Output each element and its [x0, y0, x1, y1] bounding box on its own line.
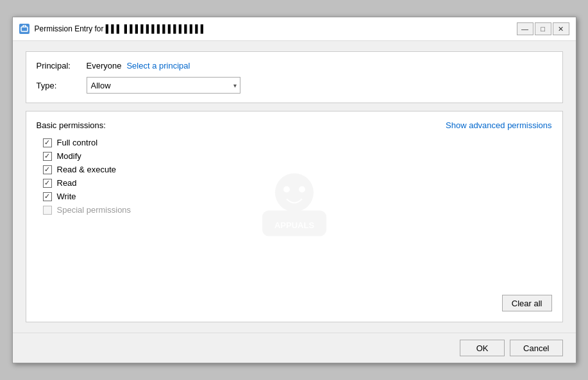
dialog-icon [19, 24, 29, 34]
svg-text:APPUALS: APPUALS [274, 220, 314, 229]
select-principal-link[interactable]: Select a principal [126, 61, 190, 70]
type-label: Type: [37, 81, 81, 90]
clear-all-button[interactable]: Clear all [502, 295, 552, 311]
full-control-checkbox[interactable] [43, 138, 52, 147]
permissions-title: Basic permissions: [37, 120, 106, 130]
dialog-body: Principal: Everyone Select a principal T… [13, 41, 576, 333]
list-item: Modify [43, 151, 552, 161]
title-bar: Permission Entry for ▌▌▌ ▌▌▌▌▌▌▌▌▌▌▌▌▌▌▌… [13, 17, 576, 41]
read-checkbox[interactable] [43, 179, 52, 188]
type-row: Type: Allow Deny ▾ [37, 77, 552, 94]
list-item: Read [43, 178, 552, 188]
read-label: Read [57, 178, 77, 188]
permission-entry-dialog: Permission Entry for ▌▌▌ ▌▌▌▌▌▌▌▌▌▌▌▌▌▌▌… [12, 17, 576, 363]
list-item: Full control [43, 138, 552, 147]
principal-label: Principal: [37, 61, 81, 70]
minimize-button[interactable]: — [517, 22, 533, 35]
list-item: Read & execute [43, 165, 552, 174]
permissions-header: Basic permissions: Show advanced permiss… [37, 120, 552, 130]
write-label: Write [57, 192, 76, 201]
close-button[interactable]: ✕ [553, 22, 569, 35]
type-select[interactable]: Allow Deny [87, 77, 240, 94]
principal-row: Principal: Everyone Select a principal [37, 61, 552, 70]
full-control-label: Full control [57, 138, 98, 147]
type-select-wrapper: Allow Deny ▾ [87, 77, 240, 94]
principal-type-section: Principal: Everyone Select a principal T… [26, 51, 563, 103]
read-execute-label: Read & execute [57, 165, 117, 174]
special-permissions-label: Special permissions [57, 205, 131, 215]
cancel-button[interactable]: Cancel [510, 340, 562, 356]
principal-value: Everyone [87, 61, 122, 70]
read-execute-checkbox[interactable] [43, 165, 52, 174]
special-permissions-checkbox [43, 206, 52, 215]
list-item: Special permissions [43, 205, 552, 215]
modify-checkbox[interactable] [43, 152, 52, 161]
modify-label: Modify [57, 151, 81, 161]
dialog-footer: OK Cancel [13, 333, 576, 363]
dialog-title: Permission Entry for ▌▌▌ ▌▌▌▌▌▌▌▌▌▌▌▌▌▌▌ [35, 24, 512, 33]
ok-button[interactable]: OK [460, 340, 505, 356]
list-item: Write [43, 192, 552, 201]
window-controls: — □ ✕ [517, 22, 569, 35]
maximize-button[interactable]: □ [535, 22, 551, 35]
svg-rect-0 [21, 27, 28, 31]
permissions-section: Basic permissions: Show advanced permiss… [26, 111, 563, 322]
show-advanced-link[interactable]: Show advanced permissions [446, 120, 551, 130]
write-checkbox[interactable] [43, 192, 52, 201]
permissions-list: Full control Modify Read & execute Read [43, 138, 552, 215]
